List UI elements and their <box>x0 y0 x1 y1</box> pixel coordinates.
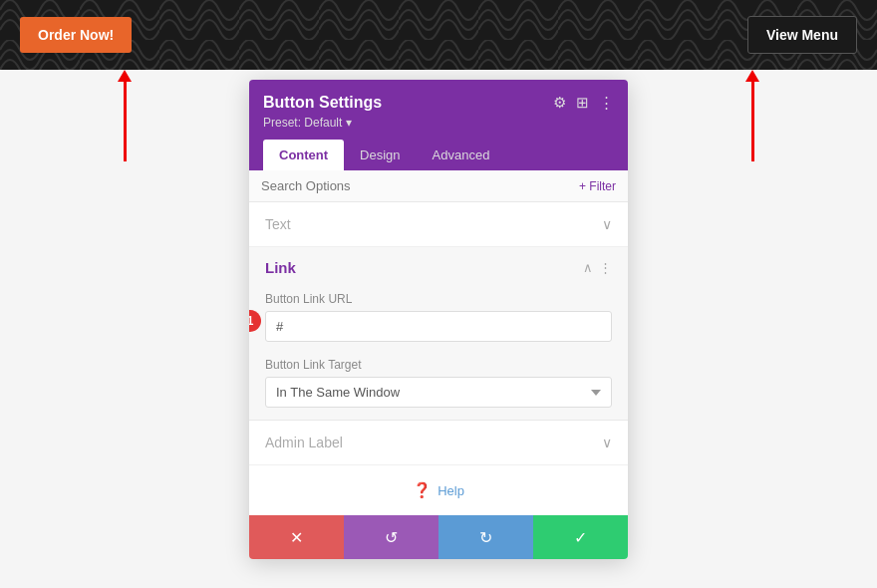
undo-button[interactable]: ↺ <box>344 515 438 559</box>
arrow-left <box>118 70 132 161</box>
button-settings-panel: Button Settings ⚙ ⊞ ⋮ Preset: Default ▾ … <box>249 80 628 559</box>
more-icon[interactable]: ⋮ <box>599 94 614 112</box>
tab-content[interactable]: Content <box>263 140 344 170</box>
arrow-shaft-right <box>751 82 754 161</box>
cancel-button[interactable]: ✕ <box>249 515 344 559</box>
text-section-header[interactable]: Text ∨ <box>249 202 628 246</box>
panel-preset[interactable]: Preset: Default ▾ <box>263 116 614 130</box>
link-section-icons: ∧ ⋮ <box>583 260 612 275</box>
save-button[interactable]: ✓ <box>533 515 628 559</box>
search-bar: + Filter <box>249 170 628 202</box>
search-input[interactable] <box>261 178 579 193</box>
url-input[interactable] <box>265 311 612 342</box>
settings-icon[interactable]: ⚙ <box>553 94 566 112</box>
text-section: Text ∨ <box>249 202 628 247</box>
panel-header: Button Settings ⚙ ⊞ ⋮ Preset: Default ▾ … <box>249 80 628 170</box>
panel-title-row: Button Settings ⚙ ⊞ ⋮ <box>263 94 614 112</box>
filter-button[interactable]: + Filter <box>579 179 616 193</box>
text-chevron-icon: ∨ <box>602 216 612 232</box>
panel-body: + Filter Text ∨ Link ∧ ⋮ <box>249 170 628 515</box>
url-field-group: 1 Button Link URL <box>249 288 628 354</box>
arrow-right <box>745 70 759 161</box>
link-section: Link ∧ ⋮ 1 Button Link URL Button Link T… <box>249 247 628 421</box>
target-field-group: Button Link Target In The Same Window In… <box>249 354 628 420</box>
target-label: Button Link Target <box>265 358 612 372</box>
columns-icon[interactable]: ⊞ <box>576 94 589 112</box>
order-now-button[interactable]: Order Now! <box>20 17 132 53</box>
panel-title: Button Settings <box>263 94 382 112</box>
view-menu-button[interactable]: View Menu <box>747 16 857 54</box>
badge-number: 1 <box>249 310 261 332</box>
panel-tabs: Content Design Advanced <box>263 140 614 170</box>
url-label: Button Link URL <box>265 292 612 306</box>
help-row: ❓ Help <box>249 465 628 515</box>
text-section-label: Text <box>265 216 291 232</box>
admin-label-section: Admin Label ∨ <box>249 421 628 465</box>
arrow-shaft-left <box>124 82 127 161</box>
link-section-title: Link <box>265 259 296 276</box>
arrow-up-head-right <box>745 70 759 82</box>
help-text[interactable]: Help <box>438 483 464 498</box>
link-chevron-up-icon[interactable]: ∧ <box>583 260 593 275</box>
tab-advanced[interactable]: Advanced <box>417 140 506 170</box>
panel-icons: ⚙ ⊞ ⋮ <box>553 94 614 112</box>
panel-footer: ✕ ↺ ↻ ✓ <box>249 515 628 559</box>
arrow-up-head-left <box>118 70 132 82</box>
redo-button[interactable]: ↻ <box>438 515 533 559</box>
top-bar: Order Now! View Menu <box>0 0 877 70</box>
admin-label-text: Admin Label <box>265 435 343 450</box>
admin-chevron-icon: ∨ <box>602 435 612 450</box>
link-section-header: Link ∧ ⋮ <box>249 247 628 288</box>
help-icon: ❓ <box>413 481 432 499</box>
tab-design[interactable]: Design <box>344 140 416 170</box>
link-more-icon[interactable]: ⋮ <box>599 260 612 275</box>
target-select[interactable]: In The Same Window In A New Window <box>265 377 612 408</box>
